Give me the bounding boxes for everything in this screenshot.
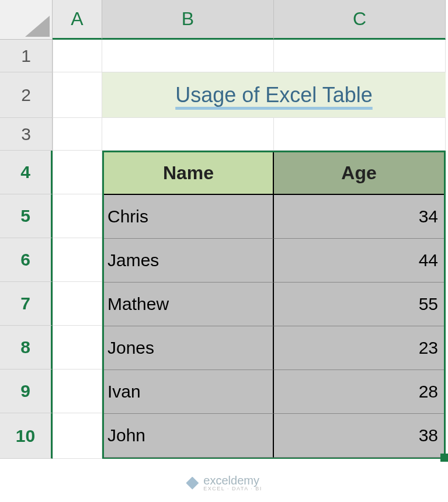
cell-name[interactable]: Jones — [104, 326, 274, 370]
cell-a8[interactable] — [53, 326, 102, 369]
column-header-b[interactable]: B — [102, 0, 274, 40]
cell-a1[interactable] — [53, 40, 102, 72]
row-header-6[interactable]: 6 — [0, 238, 53, 282]
table-row: Chris 34 — [104, 195, 444, 239]
table-row: John 38 — [104, 414, 444, 458]
cell-name[interactable]: Mathew — [104, 283, 274, 326]
column-header-c[interactable]: C — [274, 0, 446, 40]
table-header-row: Name Age — [104, 152, 444, 195]
cell-name[interactable]: John — [104, 414, 274, 458]
cell-name[interactable]: Chris — [104, 195, 274, 239]
row-header-8[interactable]: 8 — [0, 326, 53, 369]
watermark: exceldemy EXCEL · DATA · BI — [186, 475, 262, 491]
cell-c3[interactable] — [274, 118, 446, 151]
table-header-age[interactable]: Age — [274, 152, 444, 195]
cell-a10[interactable] — [53, 413, 102, 459]
selection-fill-handle[interactable] — [440, 454, 448, 462]
cell-name[interactable]: Ivan — [104, 370, 274, 414]
cell-age[interactable]: 55 — [274, 283, 444, 326]
row-header-10[interactable]: 10 — [0, 413, 53, 459]
column-header-a[interactable]: A — [53, 0, 102, 40]
watermark-text: exceldemy EXCEL · DATA · BI — [203, 475, 262, 491]
cell-name[interactable]: James — [104, 239, 274, 283]
cell-a7[interactable] — [53, 282, 102, 326]
cell-age[interactable]: 23 — [274, 326, 444, 370]
row-header-3[interactable]: 3 — [0, 118, 53, 151]
row-header-7[interactable]: 7 — [0, 282, 53, 326]
cell-a9[interactable] — [53, 369, 102, 413]
cell-b3[interactable] — [102, 118, 274, 151]
cell-a2[interactable] — [53, 72, 102, 118]
cell-b1[interactable] — [102, 40, 274, 72]
cell-age[interactable]: 34 — [274, 195, 444, 239]
cell-a5[interactable] — [53, 194, 102, 238]
cell-a3[interactable] — [53, 118, 102, 151]
cell-age[interactable]: 38 — [274, 414, 444, 458]
table-header-name[interactable]: Name — [104, 152, 274, 195]
cell-age[interactable]: 28 — [274, 370, 444, 414]
table-row: Jones 23 — [104, 326, 444, 370]
cell-c1[interactable] — [274, 40, 446, 72]
row-header-2[interactable]: 2 — [0, 72, 53, 118]
watermark-tagline: EXCEL · DATA · BI — [203, 486, 262, 491]
cell-age[interactable]: 44 — [274, 239, 444, 283]
row-header-5[interactable]: 5 — [0, 194, 53, 238]
select-all-triangle-icon — [25, 16, 50, 37]
table-row: Mathew 55 — [104, 283, 444, 326]
table-row: James 44 — [104, 239, 444, 283]
title-cell[interactable]: Usage of Excel Table — [102, 72, 446, 118]
cell-a4[interactable] — [53, 151, 102, 194]
row-header-9[interactable]: 9 — [0, 369, 53, 413]
row-header-4[interactable]: 4 — [0, 151, 53, 194]
watermark-logo-icon — [186, 477, 199, 490]
select-all-corner[interactable] — [0, 0, 53, 40]
watermark-name: exceldemy — [203, 475, 262, 486]
spreadsheet-grid: A B C 1 2 Usage of Excel Table 3 4 Name … — [0, 0, 448, 459]
data-table-selection[interactable]: Name Age Chris 34 James 44 Mathew 55 Jon… — [102, 151, 446, 459]
cell-a6[interactable] — [53, 238, 102, 282]
row-header-1[interactable]: 1 — [0, 40, 53, 72]
table-row: Ivan 28 — [104, 370, 444, 414]
